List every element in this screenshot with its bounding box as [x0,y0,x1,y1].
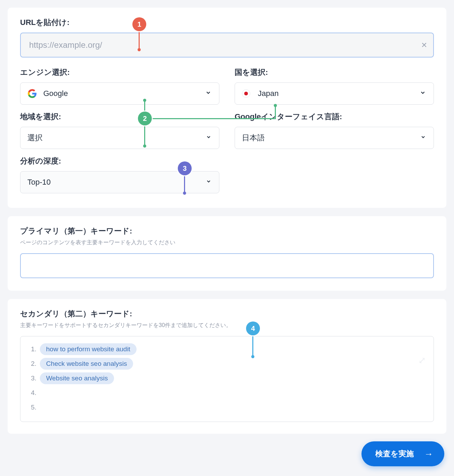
row-number: 5. [28,404,36,411]
run-audit-button[interactable]: 検査を実施 → [361,441,444,466]
arrow-right-icon: → [424,449,433,459]
depth-label: 分析の深度: [20,156,219,166]
region-value: 選択 [27,133,43,143]
country-select[interactable]: Japan [235,82,434,105]
engine-select[interactable]: Google [20,82,219,105]
panel-settings: URLを貼付け: × エンジン選択: Go [8,8,446,208]
depth-select[interactable]: Top-10 [20,171,219,193]
row-number: 1. [28,345,36,353]
interface-lang-select[interactable]: 日本語 [235,127,434,149]
google-icon [27,89,37,98]
chevron-down-icon [206,134,211,142]
list-item: 5. [28,400,426,415]
chevron-down-icon [206,179,211,186]
primary-keyword-input[interactable] [20,253,434,278]
chevron-down-icon [420,134,426,142]
row-number: 3. [28,374,36,382]
engine-value: Google [43,89,68,98]
callout-1-line [139,31,140,50]
keyword-tag[interactable]: Check website seo analysis [40,358,133,370]
page-root: URLを貼付け: × エンジン選択: Go [0,0,454,476]
run-button-label: 検査を実施 [375,449,414,459]
list-item: 4. [28,386,426,400]
clear-url-icon[interactable]: × [421,40,427,50]
secondary-keywords-label: セカンダリ（第二）キーワード: [20,309,434,319]
settings-grid: エンジン選択: Google [20,67,434,193]
primary-keyword-sublabel: ページのコンテンツを表す主要キーワードを入力してください [20,239,434,246]
country-value: Japan [258,89,279,98]
callout-3-line [184,175,185,193]
chevron-down-icon [420,90,426,98]
callout-2-line-right [152,118,276,119]
secondary-keywords-box[interactable]: ⤢ 1. how to perform website audit 2. Che… [20,336,434,422]
row-number: 2. [28,360,36,368]
list-item: 2. Check website seo analysis [28,356,426,371]
interface-lang-value: 日本語 [242,133,265,143]
interface-lang-label: Googleインターフェイス言語: [235,112,434,122]
expand-icon[interactable]: ⤢ [418,355,426,366]
chevron-down-icon [205,90,211,98]
callout-2-line-up [144,100,145,112]
panel-primary-keyword: プライマリ（第一）キーワード: ページのコンテンツを表す主要キーワードを入力して… [8,216,446,291]
list-item: 1. how to perform website audit [28,342,426,356]
region-label: 地域を選択: [20,112,219,122]
row-number: 4. [28,389,36,397]
keyword-tag[interactable]: Website seo analysis [40,372,114,384]
interface-lang-field: Googleインターフェイス言語: 日本語 [235,112,434,149]
callout-4-line [252,335,253,357]
region-select[interactable]: 選択 [20,127,219,149]
callout-2-line-right-up [275,105,276,119]
url-input[interactable] [20,33,434,58]
callout-2-line-down [144,125,145,146]
country-field: 国を選択: Japan [235,67,434,105]
list-item: 3. Website seo analysis [28,371,426,386]
panel-secondary-keywords: セカンダリ（第二）キーワード: 主要キーワードをサポートするセカンダリキーワード… [8,299,446,434]
depth-field: 分析の深度: Top-10 [20,156,219,193]
engine-label: エンジン選択: [20,67,219,78]
secondary-keywords-sublabel: 主要キーワードをサポートするセカンダリキーワードを30件まで追加してください。 [20,322,434,329]
flag-japan-icon [242,89,250,98]
keyword-tag[interactable]: how to perform website audit [40,343,137,355]
engine-field: エンジン選択: Google [20,67,219,105]
country-label: 国を選択: [235,67,434,78]
depth-value: Top-10 [27,178,51,187]
url-label: URLを貼付け: [20,17,434,28]
primary-keyword-label: プライマリ（第一）キーワード: [20,226,434,236]
url-input-wrap: × [20,33,434,58]
region-field: 地域を選択: 選択 [20,112,219,149]
